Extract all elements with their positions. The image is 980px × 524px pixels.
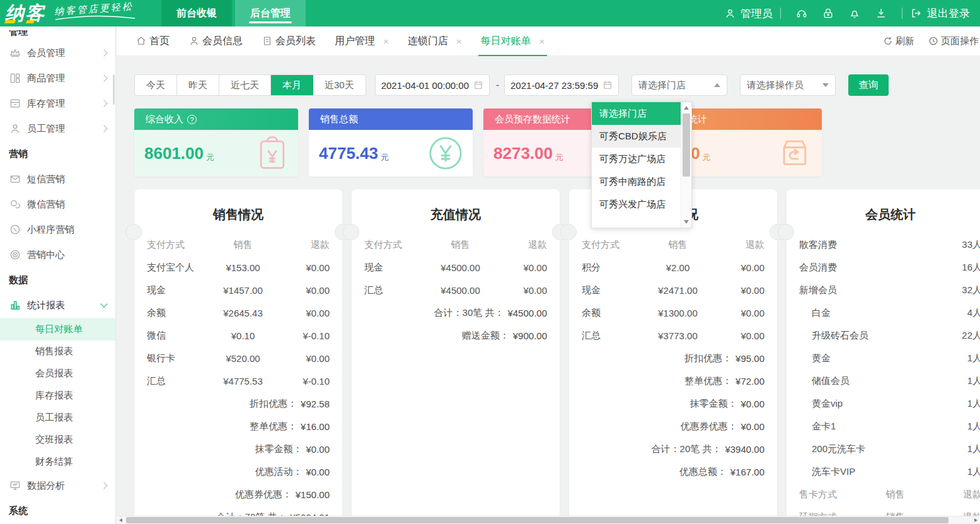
tab-chain-stores[interactable]: 连锁门店 × <box>408 26 462 56</box>
summary-row: 优惠券优惠：¥150.00 <box>134 483 342 506</box>
sidebar-item-member-manage[interactable]: 会员管理 <box>0 40 115 66</box>
nav-backend-manage[interactable]: 后台管理 <box>235 0 306 26</box>
arrow-up-icon <box>714 83 720 87</box>
panel-notch <box>343 224 359 240</box>
quick-today[interactable]: 今天 <box>135 75 177 95</box>
panel-title: 会员统计 <box>787 207 980 222</box>
table-row: 汇总 ¥3773.00 ¥0.00 <box>569 324 777 347</box>
sidebar-item-data-analysis[interactable]: 数据分析 <box>0 473 115 498</box>
table-row: 现金 ¥2471.00 ¥0.00 <box>569 279 777 301</box>
scroll-up-icon[interactable] <box>684 106 689 110</box>
logout-button[interactable]: 退出登录 <box>910 6 970 21</box>
card-value: 4775.43 <box>319 144 378 163</box>
sidebar-item-sms-marketing[interactable]: 短信营销 <box>0 166 115 192</box>
tab-member-info[interactable]: 会员信息 <box>188 26 243 56</box>
summary-row: 抹零金额：¥0.00 <box>134 438 342 460</box>
sidebar-item-marketing-center[interactable]: 营销中心 <box>0 242 115 267</box>
miniapp-icon <box>9 223 21 236</box>
quick-yesterday[interactable]: 昨天 <box>177 75 219 95</box>
scroll-right-icon[interactable] <box>974 518 977 522</box>
recharge-table: 支付方式 销售 退款 现金 ¥4500.00 ¥0.00 汇总 ¥4500.00… <box>352 233 560 347</box>
help-icon[interactable]: ? <box>187 115 197 124</box>
chevron-right-icon <box>100 482 107 489</box>
tab-member-list[interactable]: 会员列表 <box>262 26 316 56</box>
tab-home[interactable]: 首页 <box>135 26 170 56</box>
scroll-down-icon[interactable] <box>684 220 689 224</box>
download-icon[interactable] <box>875 7 887 20</box>
quick-this-month[interactable]: 本月 <box>271 75 313 95</box>
logout-icon <box>910 7 923 20</box>
card-value: 8601.00 <box>144 144 204 163</box>
sidebar-item-staff-manage[interactable]: 员工管理 <box>0 116 115 141</box>
tabbar: 首页 会员信息 会员列表 用户管理 × 连锁门店 × 每日对账单 × <box>117 26 980 56</box>
summary-row: 整单优惠：¥72.00 <box>569 370 777 392</box>
sidebar-item-inventory-manage[interactable]: 库存管理 <box>0 91 115 116</box>
stat-row: 储值会员1人 <box>787 370 980 392</box>
topbar-right: 管理员 <box>724 6 970 21</box>
tab-daily-statement[interactable]: 每日对账单 × <box>481 26 545 56</box>
dropdown-option-store[interactable]: 可秀中南路的店 <box>592 170 681 193</box>
tab-user-manage[interactable]: 用户管理 × <box>335 26 389 56</box>
current-user[interactable]: 管理员 <box>724 6 773 21</box>
dropdown-option-store[interactable] <box>592 216 681 228</box>
stat-row: 洗车卡VIP1人 <box>787 460 980 483</box>
sidebar-subitem-daily-statement[interactable]: 每日对账单 <box>0 318 115 341</box>
scroll-thumb[interactable] <box>683 114 690 177</box>
refresh-button[interactable]: 刷新 <box>883 35 914 47</box>
sidebar-section-manage: 管理 <box>0 30 115 40</box>
horizontal-scrollbar[interactable] <box>117 516 980 524</box>
lock-icon[interactable] <box>822 7 834 20</box>
scroll-left-icon[interactable] <box>119 518 122 522</box>
sidebar: 管理 会员管理 商品管理 库存管理 员工管理 <box>0 26 116 524</box>
sidebar-subitem-member-report[interactable]: 会员报表 <box>0 363 115 385</box>
user-icon <box>724 8 736 20</box>
brand-logo: 纳客 纳客管店更轻松 <box>5 1 156 26</box>
bar-chart-icon <box>9 299 21 311</box>
table-row: 积分 ¥2.00 ¥0.00 <box>569 256 777 279</box>
panel-notch <box>125 224 142 240</box>
page-ops-button[interactable]: 页面操作 <box>928 35 979 47</box>
sidebar-scrollbar[interactable] <box>113 74 115 105</box>
sidebar-item-stats-report[interactable]: 统计报表 <box>0 293 115 318</box>
close-icon[interactable]: × <box>539 36 545 47</box>
operator-select[interactable]: 请选择操作员 <box>740 74 836 96</box>
search-button[interactable]: 查询 <box>848 74 889 96</box>
chevron-right-icon <box>100 49 107 56</box>
sidebar-subitem-sales-report[interactable]: 销售报表 <box>0 341 115 363</box>
dropdown-option-placeholder[interactable]: 请选择门店 <box>592 102 681 125</box>
card-sale-header: 售卡方式 销售 退款 <box>787 483 980 506</box>
dropdown-option-store[interactable]: 可秀兴发广场店 <box>592 193 681 216</box>
sidebar-item-wechat-marketing[interactable]: 微信营销 <box>0 192 115 217</box>
summary-row: 优惠活动：¥0.00 <box>134 460 342 483</box>
bell-icon[interactable] <box>848 7 861 20</box>
dropdown-option-store[interactable]: 可秀CBD娱乐店 <box>592 125 681 148</box>
scroll-thumb[interactable] <box>126 517 948 523</box>
date-end-input[interactable]: 2021-04-27 23:59:59 <box>504 74 619 96</box>
stat-row: 会员消费16人 <box>787 256 980 279</box>
nav-front-cashier[interactable]: 前台收银 <box>161 0 232 26</box>
dropdown-option-store[interactable]: 可秀万达广场店 <box>592 148 681 170</box>
dropdown-scrollbar[interactable] <box>681 102 691 228</box>
sidebar-subitem-finance-settle[interactable]: 财务结算 <box>0 451 115 473</box>
card-value: 8273.00 <box>493 144 553 163</box>
sidebar-subitem-inventory-report[interactable]: 库存报表 <box>0 385 115 407</box>
quick-last30[interactable]: 近30天 <box>313 75 366 95</box>
store-select[interactable]: 请选择门店 <box>631 74 727 96</box>
sidebar-subitem-shift-report[interactable]: 交班报表 <box>0 429 115 451</box>
headset-icon[interactable] <box>795 7 808 20</box>
stat-row: 新增会员32人 <box>787 279 980 301</box>
quick-last7[interactable]: 近七天 <box>219 75 271 95</box>
summary-row: 折扣优惠：¥95.00 <box>569 347 777 370</box>
date-start-input[interactable]: 2021-04-01 00:00:00 <box>375 74 490 96</box>
sidebar-item-goods-manage[interactable]: 商品管理 <box>0 66 115 91</box>
card-total-income: 综合收入 ? 8601.00 元 <box>134 108 298 177</box>
panel-consume: 消费情况 支付方式 销售 退款 积分 ¥2.00 ¥0.00 现金 ¥2471. <box>569 189 777 524</box>
stat-row: 金卡11人 <box>787 415 980 438</box>
mode-switch: 前台收银 后台管理 <box>161 0 306 26</box>
summary-row: 整单优惠：¥16.00 <box>134 415 342 438</box>
close-icon[interactable]: × <box>383 36 389 47</box>
sidebar-subitem-staff-report[interactable]: 员工报表 <box>0 407 115 429</box>
summary-row: 抹零金额：¥0.00 <box>569 392 777 415</box>
sidebar-item-miniapp-marketing[interactable]: 小程序营销 <box>0 217 115 242</box>
close-icon[interactable]: × <box>456 36 462 47</box>
